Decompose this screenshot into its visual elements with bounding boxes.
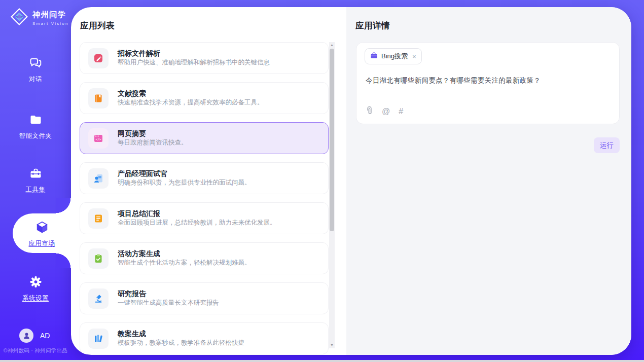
- briefcase-icon: [370, 52, 378, 61]
- run-button[interactable]: 运行: [594, 137, 620, 153]
- app-card-title: 活动方案生成: [118, 250, 251, 258]
- composer-card[interactable]: Bing搜索 × 今日湖北有哪些新闻要点？有哪些需要关注的最新政策？ @ #: [356, 42, 620, 124]
- app-card-desc: 智能生成个性化活动方案，轻松解决规划难题。: [118, 260, 251, 267]
- app-card-lesson-plan[interactable]: 教案生成 模板驱动，教案秒成，教学准备从此轻松快捷: [80, 322, 329, 354]
- app-card-web-summary[interactable]: </> 网页摘要 每日政府新闻资讯快查。: [80, 122, 329, 154]
- sidebar-item-smart-folder[interactable]: 智能文件夹: [0, 113, 71, 140]
- app-card-title: 产品经理面试官: [118, 170, 251, 177]
- svg-text:</>: </>: [95, 137, 101, 140]
- query-text[interactable]: 今日湖北有哪些新闻要点？有哪些需要关注的最新政策？: [366, 76, 541, 85]
- sidebar-item-label: 对话: [29, 75, 42, 84]
- app-card-literature-search[interactable]: 文献搜索 快速精准查找学术资源，提高研究效率的必备工具。: [80, 82, 329, 114]
- sidebar-item-label: 应用市场: [29, 239, 55, 248]
- scrollbar-thumb[interactable]: [330, 49, 334, 231]
- app-card-desc: 快速精准查找学术资源，提高研究效率的必备工具。: [118, 99, 264, 106]
- app-card-pm-interviewer[interactable]: 产品经理面试官 明确身份和职责，为您提供专业性的面试问题。: [80, 162, 329, 194]
- cube-icon: [35, 220, 49, 236]
- chat-icon: [29, 56, 43, 71]
- brand-subtitle: Smart Vision: [32, 21, 69, 26]
- app-card-list: 招标文件解析 帮助用户快速、准确地理解和解析招标书中的关键信息 文献搜索 快速精…: [80, 42, 329, 355]
- app-list-title: 应用列表: [80, 20, 115, 31]
- app-card-research-report[interactable]: 研究报告 一键智能生成高质量长文本研究报告: [80, 282, 329, 314]
- app-card-desc: 模板驱动，教案秒成，教学准备从此轻松快捷: [118, 340, 244, 347]
- app-card-title: 招标文件解析: [118, 50, 270, 57]
- hash-tag-icon[interactable]: #: [399, 107, 403, 116]
- sidebar-item-settings[interactable]: 系统设置: [0, 275, 71, 303]
- sidebar-item-label: 系统设置: [22, 294, 49, 303]
- interviewer-icon: [88, 168, 109, 189]
- app-window: 应用列表 招标文件解析 帮助用户快速、准确地理解和解析招标书中的关键信息: [0, 0, 644, 362]
- app-detail-title: 应用详情: [355, 20, 390, 31]
- book-icon: [88, 88, 109, 108]
- gear-icon: [29, 275, 43, 291]
- brand-name: 神州问学: [32, 10, 69, 20]
- research-icon: [88, 288, 109, 309]
- main-content: 应用列表 招标文件解析 帮助用户快速、准确地理解和解析招标书中的关键信息: [71, 7, 631, 355]
- app-list-scrollbar[interactable]: ▲ ▼: [329, 42, 335, 348]
- brand-logo: 神州问学 Smart Vision: [10, 7, 69, 28]
- app-card-title: 网页摘要: [118, 130, 188, 137]
- app-card-title: 项目总结汇报: [118, 210, 276, 218]
- scrollbar-up-icon[interactable]: ▲: [329, 43, 335, 48]
- composer-toolbar: @ #: [366, 106, 403, 117]
- at-mention-icon[interactable]: @: [382, 107, 390, 116]
- user-account[interactable]: AD: [19, 329, 50, 343]
- sidebar-item-label: 智能文件夹: [19, 132, 52, 140]
- tool-chip-label: Bing搜索: [381, 52, 408, 61]
- avatar[interactable]: [19, 329, 33, 343]
- sidebar-item-label: 工具集: [26, 186, 46, 194]
- sidebar-item-app-market[interactable]: 应用市场: [13, 213, 71, 253]
- app-card-title: 教案生成: [118, 330, 244, 338]
- app-card-bid-parse[interactable]: 招标文件解析 帮助用户快速、准确地理解和解析招标书中的关键信息: [80, 42, 329, 74]
- app-card-desc: 帮助用户快速、准确地理解和解析招标书中的关键信息: [118, 59, 270, 66]
- app-card-desc: 每日政府新闻资讯快查。: [118, 139, 188, 147]
- books-icon: [88, 329, 109, 349]
- tool-chip-bing-search[interactable]: Bing搜索 ×: [365, 48, 422, 64]
- scrollbar-down-icon[interactable]: ▼: [329, 343, 335, 348]
- clipboard-check-icon: [88, 248, 109, 269]
- paperclip-icon[interactable]: [366, 106, 373, 117]
- user-name: AD: [40, 332, 50, 340]
- app-card-event-plan[interactable]: 活动方案生成 智能生成个性化活动方案，轻松解决规划难题。: [80, 242, 329, 274]
- folder-icon: [29, 113, 43, 128]
- chip-close-icon[interactable]: ×: [412, 53, 416, 60]
- app-detail-pane: 应用详情 Bing搜索 × 今日湖北有哪些新闻要点？有哪些需要关注的最新政策？ …: [346, 7, 631, 355]
- sidebar: 神州问学 Smart Vision 对话 智能文件夹 工具集: [0, 0, 71, 360]
- app-card-desc: 明确身份和职责，为您提供专业性的面试问题。: [118, 179, 251, 187]
- copyright-text: ©神州数码 · 神州问学出品: [0, 347, 71, 354]
- pen-square-icon: [88, 48, 109, 68]
- app-card-desc: 一键智能生成高质量长文本研究报告: [118, 300, 219, 307]
- report-note-icon: [88, 208, 109, 229]
- app-card-title: 研究报告: [118, 290, 219, 298]
- app-card-project-summary[interactable]: 项目总结汇报 全面回顾项目进展，总结经验教训，助力未来优化发展。: [80, 202, 329, 234]
- browser-code-icon: </>: [88, 128, 109, 149]
- app-card-desc: 全面回顾项目进展，总结经验教训，助力未来优化发展。: [118, 220, 276, 227]
- toolbox-icon: [29, 167, 43, 182]
- sidebar-item-toolset[interactable]: 工具集: [0, 167, 71, 194]
- bottom-strip: [0, 360, 644, 362]
- sidebar-item-chat[interactable]: 对话: [0, 56, 71, 84]
- app-card-title: 文献搜索: [118, 90, 264, 97]
- diamond-logo-icon: [10, 7, 29, 28]
